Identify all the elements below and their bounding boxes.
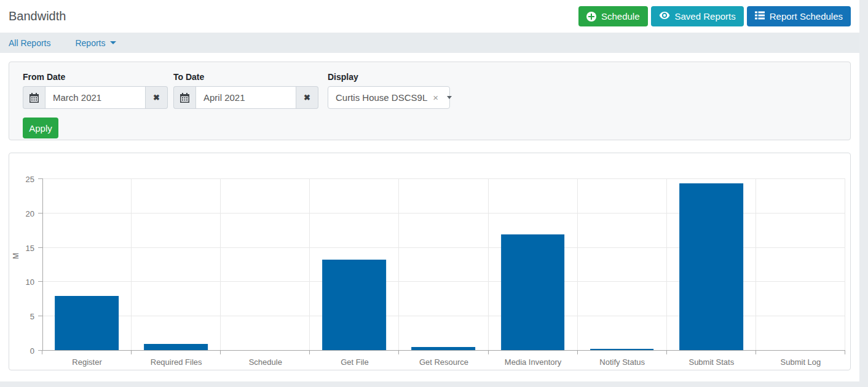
x-axis-label: Register — [42, 357, 132, 367]
nav-item-reports-dropdown[interactable]: Reports — [75, 38, 116, 48]
nav-item-all-reports[interactable]: All Reports — [9, 38, 50, 48]
header-buttons: Schedule Saved Reports Report Schedules — [578, 6, 851, 26]
x-tick — [309, 351, 310, 354]
x-axis-label: Media Inventory — [489, 357, 578, 367]
x-axis-label: Notify Status — [578, 357, 667, 367]
content-wrapper: Bandwidth Schedule Saved Reports Report … — [0, 0, 859, 381]
main-content: From Date ✖ To Date — [0, 53, 859, 379]
chart-column — [221, 179, 310, 351]
display-selected-value: Curtis House DSCS9L — [336, 92, 427, 103]
calendar-icon[interactable] — [173, 86, 195, 109]
to-date-group: To Date ✖ — [173, 72, 318, 109]
y-axis-title: M — [12, 253, 20, 259]
bar-submit-stats[interactable] — [679, 183, 743, 351]
y-tick — [38, 281, 42, 282]
chart-plot-area: 0510152025 RegisterRequired FilesSchedul… — [42, 179, 845, 351]
page-title: Bandwidth — [9, 9, 66, 23]
chart-column — [42, 179, 132, 351]
from-date-label: From Date — [23, 72, 168, 82]
schedule-button-label: Schedule — [601, 11, 640, 22]
from-date-input-group: ✖ — [23, 86, 168, 109]
chevron-down-icon — [110, 41, 116, 44]
to-date-label: To Date — [173, 72, 318, 82]
from-date-clear-icon[interactable]: ✖ — [146, 86, 168, 109]
remove-selection-icon[interactable]: × — [433, 93, 438, 102]
filter-row: From Date ✖ To Date — [23, 72, 837, 109]
filter-panel: From Date ✖ To Date — [9, 62, 851, 140]
y-tick — [38, 213, 42, 213]
x-tick — [398, 351, 399, 354]
reports-navbar: All Reports Reports — [0, 33, 859, 53]
y-tick — [38, 247, 42, 248]
bar-media-inventory[interactable] — [501, 234, 565, 351]
nav-item-reports-label: Reports — [75, 38, 105, 48]
select-caret-icon — [447, 96, 452, 99]
x-axis-label: Get Resource — [399, 357, 488, 367]
x-axis-label: Submit Stats — [667, 357, 756, 367]
x-tick — [488, 351, 489, 354]
y-tick-label: 10 — [14, 277, 34, 287]
chart-column — [132, 179, 221, 351]
display-select[interactable]: Curtis House DSCS9L × — [328, 86, 450, 109]
x-tick — [845, 351, 845, 354]
display-group: Display Curtis House DSCS9L × — [328, 72, 450, 109]
bandwidth-chart-card: M 0510152025 RegisterRequired FilesSched… — [9, 153, 851, 370]
chart-column — [310, 179, 399, 351]
chart-x-labels: RegisterRequired FilesScheduleGet FileGe… — [42, 357, 845, 367]
to-date-input[interactable] — [195, 86, 296, 109]
x-tick — [666, 351, 667, 354]
plus-circle-icon — [586, 12, 596, 22]
chart-x-ticks — [42, 351, 845, 354]
bar-register[interactable] — [55, 296, 119, 351]
to-date-input-group: ✖ — [173, 86, 318, 109]
schedule-button[interactable]: Schedule — [578, 6, 648, 26]
calendar-icon[interactable] — [23, 86, 45, 109]
chart-column — [399, 179, 488, 351]
x-axis-label: Get File — [310, 357, 399, 367]
x-axis-label: Submit Log — [756, 357, 845, 367]
x-axis-label: Required Files — [132, 357, 221, 367]
x-tick — [131, 351, 132, 354]
x-tick — [756, 351, 756, 354]
y-tick-label: 20 — [14, 209, 34, 218]
y-tick-label: 0 — [14, 346, 34, 356]
report-schedules-button-label: Report Schedules — [770, 11, 843, 22]
display-label: Display — [328, 72, 450, 82]
y-tick-label: 5 — [14, 312, 34, 321]
chart-column — [489, 179, 578, 351]
eye-icon — [659, 11, 670, 22]
bar-get-file[interactable] — [323, 260, 387, 351]
y-tick — [38, 178, 42, 179]
y-axis-line — [42, 178, 43, 351]
x-axis-label: Schedule — [221, 357, 310, 367]
chart-column — [756, 179, 845, 351]
th-list-icon — [755, 11, 765, 22]
x-tick — [577, 351, 578, 354]
to-date-clear-icon[interactable]: ✖ — [296, 86, 318, 109]
y-tick — [38, 316, 42, 316]
y-tick-label: 25 — [14, 175, 34, 184]
apply-button[interactable]: Apply — [23, 118, 58, 138]
chart-columns — [42, 179, 845, 351]
from-date-input[interactable] — [45, 86, 146, 109]
saved-reports-button-label: Saved Reports — [675, 11, 736, 22]
report-schedules-button[interactable]: Report Schedules — [747, 6, 851, 26]
y-tick-label: 15 — [14, 244, 34, 253]
x-tick — [220, 351, 221, 354]
chart-column — [578, 179, 667, 351]
page-header: Bandwidth Schedule Saved Reports Report … — [0, 0, 859, 33]
x-tick — [42, 351, 42, 354]
saved-reports-button[interactable]: Saved Reports — [651, 6, 744, 26]
from-date-group: From Date ✖ — [23, 72, 168, 109]
nav-item-all-reports-label: All Reports — [9, 38, 50, 48]
chart-column — [667, 179, 756, 351]
